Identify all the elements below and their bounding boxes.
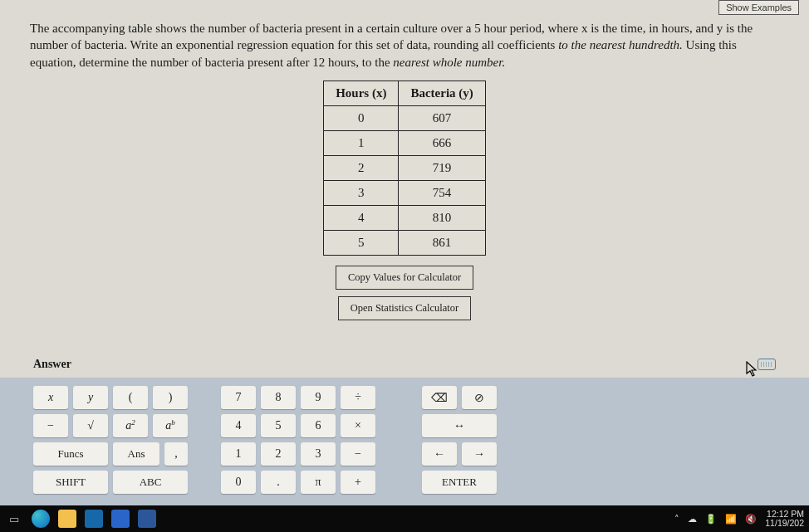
data-table: Hours (x) Bacteria (y) 0607 1666 2719 37… (323, 81, 486, 256)
cell-x: 3 (324, 180, 399, 205)
key-9[interactable]: 9 (301, 386, 336, 409)
file-explorer-icon[interactable] (58, 510, 76, 528)
cell-x: 4 (324, 205, 399, 230)
cell-y: 861 (399, 230, 485, 255)
key-subtract[interactable]: − (341, 442, 375, 466)
key-rparen[interactable]: ) (153, 386, 188, 409)
cell-x: 1 (324, 130, 399, 155)
cell-y: 719 (399, 155, 485, 180)
cell-y: 607 (399, 105, 485, 130)
cell-x: 2 (324, 155, 399, 180)
taskbar-date: 11/19/202 (765, 519, 804, 528)
copy-values-button[interactable]: Copy Values for Calculator (336, 266, 473, 290)
answer-label: Answer (33, 358, 71, 371)
math-keypad: x y ( ) 7 8 9 ÷ ⌫ ⊘ − √ a2 ab 4 5 6 × ↔ … (0, 378, 809, 505)
key-backspace[interactable]: ⌫ (422, 386, 457, 409)
key-minus[interactable]: − (33, 414, 68, 437)
col-header-y: Bacteria (y) (399, 81, 485, 105)
key-comma[interactable]: , (164, 442, 188, 466)
key-right[interactable]: → (462, 442, 497, 466)
app-icon[interactable] (111, 510, 130, 528)
tray-battery-icon[interactable]: 🔋 (705, 514, 717, 525)
edge-icon[interactable] (32, 510, 50, 528)
store-icon[interactable] (85, 510, 103, 528)
show-examples-button[interactable]: Show Examples (718, 0, 799, 15)
key-divide[interactable]: ÷ (341, 386, 375, 409)
key-pi[interactable]: π (301, 471, 336, 494)
key-lparen[interactable]: ( (113, 386, 148, 409)
table-row: 2719 (324, 155, 486, 180)
key-funcs[interactable]: Funcs (33, 442, 108, 466)
key-3[interactable]: 3 (301, 442, 336, 466)
word-icon[interactable] (138, 510, 156, 528)
cell-x: 0 (324, 105, 399, 130)
key-sqrt[interactable]: √ (73, 414, 108, 437)
table-row: 5861 (324, 230, 486, 255)
prompt-italic-2: nearest whole number. (393, 56, 505, 69)
key-shift[interactable]: SHIFT (33, 471, 108, 494)
cell-y: 754 (399, 180, 485, 205)
key-4[interactable]: 4 (221, 414, 256, 437)
key-a-squared[interactable]: a2 (113, 414, 148, 437)
key-1[interactable]: 1 (221, 442, 256, 466)
table-row: 0607 (324, 105, 486, 130)
col-header-x: Hours (x) (324, 81, 399, 105)
key-abc[interactable]: ABC (113, 471, 188, 494)
key-dot[interactable]: . (261, 471, 296, 494)
tray-onedrive-icon[interactable]: ☁ (688, 514, 697, 525)
key-ans[interactable]: Ans (113, 442, 159, 466)
table-row: 1666 (324, 130, 486, 155)
cell-x: 5 (324, 230, 399, 255)
cell-y: 666 (399, 130, 485, 155)
key-y[interactable]: y (73, 386, 108, 409)
key-enter[interactable]: ENTER (422, 471, 497, 494)
windows-taskbar: ▭ ˄ ☁ 🔋 📶 🔇 12:12 PM 11/19/202 (0, 505, 809, 532)
key-left-right[interactable]: ↔ (422, 414, 497, 437)
key-2[interactable]: 2 (261, 442, 296, 466)
key-multiply[interactable]: × (341, 414, 375, 437)
prompt-italic-1: to the nearest hundredth. (558, 38, 683, 51)
question-prompt: The accompanying table shows the number … (0, 18, 809, 76)
key-7[interactable]: 7 (221, 386, 256, 409)
key-left[interactable]: ← (422, 442, 457, 466)
key-8[interactable]: 8 (261, 386, 296, 409)
key-5[interactable]: 5 (261, 414, 296, 437)
cell-y: 810 (399, 205, 485, 230)
taskbar-clock[interactable]: 12:12 PM 11/19/202 (765, 510, 804, 528)
key-a-power-b[interactable]: ab (153, 414, 188, 437)
key-plus[interactable]: + (341, 471, 375, 494)
key-0[interactable]: 0 (221, 471, 256, 494)
tray-wifi-icon[interactable]: 📶 (725, 514, 737, 525)
table-row: 3754 (324, 180, 486, 205)
table-row: 4810 (324, 205, 486, 230)
tray-chevron-icon[interactable]: ˄ (674, 514, 679, 525)
tray-volume-icon[interactable]: 🔇 (745, 514, 757, 525)
key-6[interactable]: 6 (301, 414, 336, 437)
open-statistics-button[interactable]: Open Statistics Calculator (338, 296, 472, 320)
task-view-icon[interactable]: ▭ (5, 510, 23, 528)
key-x[interactable]: x (33, 386, 68, 409)
key-clear[interactable]: ⊘ (462, 386, 497, 409)
keyboard-icon[interactable] (758, 359, 776, 370)
